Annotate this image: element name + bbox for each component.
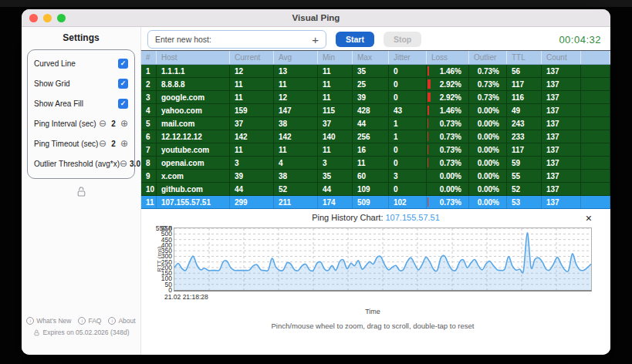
stepper: ⊖2⊕ — [99, 139, 128, 148]
table-cell-loss: 1.46% — [427, 65, 469, 77]
chart-title-prefix: Ping History Chart: — [312, 213, 385, 222]
table-cell-min: 11 — [318, 143, 353, 156]
chart-panel: Ping History Chart: 107.155.57.51 × RTT … — [141, 209, 610, 355]
table-cell-jitter: 3 — [389, 170, 427, 182]
table-cell-outlier: 0.73% — [469, 65, 507, 77]
table-cell-host: github.com — [157, 183, 230, 195]
table-cell-min: 44 — [318, 183, 353, 195]
table-cell-spacer — [581, 143, 610, 156]
column-header-num[interactable]: # — [141, 51, 157, 64]
stepper-minus-icon[interactable]: ⊖ — [99, 119, 106, 128]
table-cell-loss: 0.73% — [427, 157, 469, 169]
sidebar-footer: iWhat's NewiFAQiAbout Expires on 05.02.2… — [22, 317, 140, 336]
checkbox-checked-icon[interactable]: ✓ — [118, 59, 128, 69]
table-row[interactable]: 5mail.com3738374410.73%0.00%243137 — [141, 117, 610, 130]
stop-button[interactable]: Stop — [384, 32, 421, 48]
stepper-minus-icon[interactable]: ⊖ — [99, 139, 106, 148]
table-cell-outlier: 0.00% — [469, 143, 507, 156]
x-axis-first-tick: 21.02 21:18:28 — [164, 293, 610, 301]
info-circle-icon: i — [78, 317, 86, 325]
zoom-window-icon[interactable] — [57, 14, 66, 22]
rtt-chart-plot[interactable]: RTT (ms) 550.855050045040035030025020015… — [174, 228, 592, 292]
column-header-outlier[interactable]: Outlier — [469, 51, 507, 64]
footer-link-what-s-new[interactable]: iWhat's New — [26, 317, 71, 325]
close-window-icon[interactable] — [29, 14, 38, 22]
table-cell-current: 299 — [230, 196, 274, 208]
table-row[interactable]: 612.12.12.1214214214025610.73%0.00%23313… — [141, 130, 610, 143]
titlebar[interactable]: Visual Ping — [22, 9, 610, 27]
traffic-lights — [29, 9, 66, 26]
stepper-value: 2 — [109, 140, 118, 148]
stepper-minus-icon[interactable]: ⊖ — [120, 159, 127, 168]
table-row[interactable]: 28.8.8.81111112502.92%0.73%117137 — [141, 78, 610, 91]
table-row[interactable]: 3google.com1112113902.92%0.73%116137 — [141, 91, 610, 104]
table-cell-ttl: 52 — [507, 183, 542, 195]
start-button[interactable]: Start — [336, 32, 374, 48]
column-header-count[interactable]: Count — [542, 51, 581, 64]
add-host-icon[interactable]: + — [312, 34, 319, 46]
table-row[interactable]: 11.1.1.11213113501.46%0.73%56137 — [141, 65, 610, 78]
stepper-plus-icon[interactable]: ⊕ — [120, 119, 128, 128]
table-row[interactable]: 7youtube.com1111111600.73%0.00%117137 — [141, 143, 610, 157]
chart-hint: Pinch/mouse wheel to zoom, drag to scrol… — [141, 322, 604, 330]
table-cell-spacer — [581, 91, 610, 103]
table-cell-host: 8.8.8.8 — [157, 78, 230, 90]
toolbar: Enter new host: + Start Stop 00:04:32 — [141, 27, 610, 50]
table-cell-loss: 0.00% — [427, 170, 469, 182]
table-cell-avg: 38 — [274, 117, 318, 130]
window-title: Visual Ping — [292, 13, 340, 22]
table-row[interactable]: 11107.155.57.512992111745091020.73%0.00%… — [141, 196, 610, 209]
column-header-max[interactable]: Max — [353, 51, 389, 64]
setting-row: Show Area Fill✓ — [34, 93, 128, 113]
table-cell-max: 509 — [353, 196, 389, 208]
loss-indicator-bar — [428, 145, 428, 154]
footer-link-about[interactable]: iAbout — [108, 317, 135, 325]
column-header-host[interactable]: Host — [157, 51, 230, 64]
visual-ping-window: Visual Ping Settings Curved Line✓Show Gr… — [22, 9, 610, 355]
table-cell-ttl: 117 — [507, 143, 542, 156]
table-cell-min: 174 — [318, 196, 353, 208]
loss-indicator-bar — [428, 106, 429, 115]
footer-link-faq[interactable]: iFAQ — [78, 317, 101, 325]
table-cell-max: 60 — [353, 170, 389, 182]
table-cell-num: 6 — [141, 130, 157, 143]
table-cell-num: 2 — [141, 78, 157, 90]
table-cell-ttl: 49 — [507, 104, 542, 116]
table-cell-current: 44 — [230, 183, 274, 195]
elapsed-timer: 00:04:32 — [559, 34, 604, 46]
checkbox-checked-icon[interactable]: ✓ — [118, 99, 128, 109]
column-header-current[interactable]: Current — [230, 51, 274, 64]
table-row[interactable]: 8openai.com3431100.73%0.00%59137 — [141, 157, 610, 170]
column-header-ttl[interactable]: TTL — [507, 51, 542, 64]
table-cell-count: 137 — [542, 91, 581, 103]
table-cell-spacer — [581, 170, 610, 182]
column-header-jitter[interactable]: Jitter — [389, 51, 427, 64]
table-cell-ttl: 116 — [507, 91, 542, 103]
table-cell-ttl: 117 — [507, 78, 542, 90]
table-cell-current: 37 — [230, 117, 274, 130]
loss-indicator-bar — [428, 158, 428, 167]
unlock-icon[interactable] — [76, 186, 87, 197]
table-row[interactable]: 4yahoo.com159147115428431.46%0.00%49137 — [141, 104, 610, 117]
chart-close-icon[interactable]: × — [586, 213, 592, 224]
new-host-input[interactable]: Enter new host: + — [147, 30, 326, 49]
checkbox-checked-icon[interactable]: ✓ — [118, 79, 128, 89]
stepper-value: 2 — [109, 120, 118, 128]
column-header-loss[interactable]: Loss — [427, 51, 469, 64]
column-header-min[interactable]: Min — [318, 51, 353, 64]
footer-link-label: FAQ — [88, 317, 101, 325]
settings-sidebar: Settings Curved Line✓Show Grid✓Show Area… — [22, 27, 141, 355]
table-cell-num: 9 — [141, 170, 157, 182]
minimize-window-icon[interactable] — [43, 14, 52, 22]
table-cell-avg: 4 — [274, 157, 318, 169]
table-cell-max: 256 — [353, 130, 389, 143]
column-header-avg[interactable]: Avg — [274, 51, 318, 64]
table-cell-avg: 11 — [274, 143, 318, 156]
table-cell-outlier: 0.00% — [469, 157, 507, 169]
settings-lock-wrap — [22, 186, 140, 201]
table-row[interactable]: 9x.com3938356030.00%0.00%55137 — [141, 170, 610, 183]
table-row[interactable]: 10github.com44524410900.00%0.00%52137 — [141, 183, 610, 196]
table-cell-ttl: 56 — [507, 65, 542, 77]
stepper-plus-icon[interactable]: ⊕ — [120, 139, 128, 148]
column-header-spacer — [581, 51, 610, 64]
